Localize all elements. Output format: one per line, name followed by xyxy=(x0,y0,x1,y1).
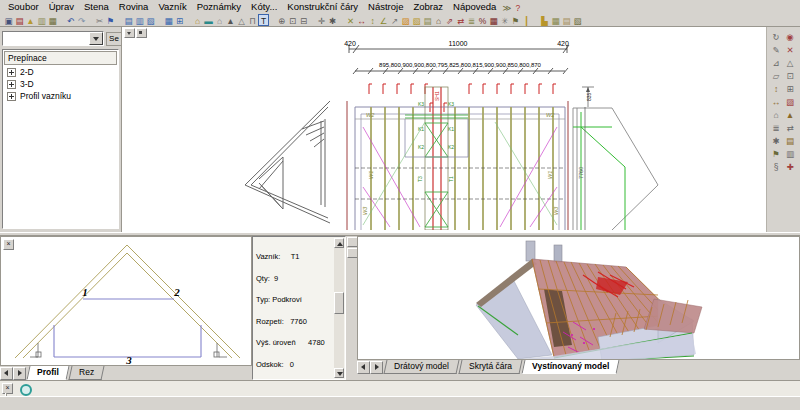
swap-view-icon[interactable]: ⇄ xyxy=(783,121,797,134)
zoom-window-icon[interactable]: ⊡ xyxy=(287,14,298,26)
pan-icon[interactable]: ✛ xyxy=(316,14,327,26)
find-icon[interactable]: ✱ xyxy=(327,14,338,26)
roof-up-icon[interactable]: ▲ xyxy=(225,14,236,26)
export-model-icon[interactable]: ▲ xyxy=(25,14,36,26)
text-tool-icon[interactable]: T xyxy=(258,14,269,26)
hatch-icon[interactable]: ▨ xyxy=(400,14,411,26)
window-3d-icon[interactable]: ▦ xyxy=(163,14,174,26)
grid-3d-icon[interactable]: ⊞ xyxy=(783,82,797,95)
tree-item-2d[interactable]: 2-D xyxy=(3,66,118,78)
context-help-icon[interactable]: ? xyxy=(512,1,523,13)
camera-icon[interactable]: ◉ xyxy=(783,30,797,43)
new-window-icon[interactable]: ▤ xyxy=(123,14,134,26)
layer-3d-icon[interactable]: ▤ xyxy=(783,134,797,147)
menu-soubor[interactable]: Soubor xyxy=(3,0,44,13)
menu-rovina[interactable]: Rovina xyxy=(114,0,154,13)
preview-icon[interactable]: ▤ xyxy=(561,14,572,26)
menu-vaznik[interactable]: Vazník xyxy=(153,0,191,13)
properties-scrollbar[interactable] xyxy=(334,238,344,378)
menu-poznamky[interactable]: Poznámky xyxy=(192,0,246,13)
flag-tool-icon[interactable]: ⚑ xyxy=(510,14,521,26)
column-tool-icon[interactable]: ┃ xyxy=(521,14,532,26)
canvas-detach-button[interactable] xyxy=(136,28,147,38)
tab-dratovy-model[interactable]: Drátový model xyxy=(384,360,460,374)
menu-uprav[interactable]: Úprav xyxy=(44,0,79,13)
tab-scroll-right-icon[interactable] xyxy=(370,361,383,374)
tree-item-profil-vazniku[interactable]: Profil vazníku xyxy=(3,90,118,102)
edit-member-icon[interactable]: ✎ xyxy=(769,43,783,56)
section-box-icon[interactable]: ⊡ xyxy=(783,69,797,82)
measure-icon[interactable]: ✕ xyxy=(345,14,356,26)
truss-3d-icon[interactable]: △ xyxy=(783,56,797,69)
toolbar-grip-icon[interactable]: ≫ xyxy=(501,1,512,13)
paste-icon[interactable]: ⚑ xyxy=(105,14,116,26)
frame-tool-icon[interactable]: Π xyxy=(247,14,258,26)
tab-vystinovany-model[interactable]: Vystínovaný model xyxy=(521,360,619,374)
save-icon[interactable]: ▣ xyxy=(3,14,14,26)
rotate-view-icon[interactable]: ↻ xyxy=(769,30,783,43)
close-icon[interactable]: × xyxy=(2,383,13,394)
plate-tool-icon[interactable]: ▱ xyxy=(769,69,783,82)
view3d-canvas[interactable] xyxy=(357,236,800,360)
tab-scroll-left-icon[interactable] xyxy=(0,367,13,380)
arrow-tool-icon[interactable]: ⇗ xyxy=(444,14,455,26)
plan-drawing-canvas[interactable]: 420 11000 420 895,800,900,900,800,795,82… xyxy=(121,27,766,232)
canvas-collapse-button[interactable] xyxy=(124,28,135,38)
roof-plane-icon[interactable]: ⊿ xyxy=(769,56,783,69)
layer-combobox[interactable] xyxy=(2,31,104,46)
tab-scroll-right-icon[interactable] xyxy=(13,367,26,380)
options-icon[interactable]: ▧ xyxy=(572,14,583,26)
leader-line-icon[interactable]: ↗ xyxy=(389,14,400,26)
combo-dropdown-button[interactable] xyxy=(89,32,103,45)
delete-drawing-icon[interactable]: ▦ xyxy=(47,14,58,26)
dim-vertical-icon[interactable]: ↕ xyxy=(367,14,378,26)
node-edit-icon[interactable]: ✳ xyxy=(499,14,510,26)
scroll-up-icon[interactable] xyxy=(334,238,344,248)
dim-horizontal-3d-icon[interactable]: ↔ xyxy=(769,95,783,108)
scroll-down-icon[interactable] xyxy=(334,368,344,378)
scrollbar-thumb[interactable] xyxy=(334,292,344,314)
tab-rez[interactable]: Rez xyxy=(68,366,104,380)
menu-zobraz[interactable]: Zobraz xyxy=(408,0,448,13)
hatch-3d-icon[interactable]: ▨ xyxy=(783,95,797,108)
lock-tool-icon[interactable]: ⌂ xyxy=(214,14,225,26)
menu-koty[interactable]: Kóty... xyxy=(246,0,282,13)
dim-vertical-3d-icon[interactable]: ↕ xyxy=(769,82,783,95)
roof-down-icon[interactable]: △ xyxy=(236,14,247,26)
house-3d-icon[interactable]: ⌂ xyxy=(769,108,783,121)
fill-color-icon[interactable]: ▧ xyxy=(411,14,422,26)
panel-3d-icon[interactable]: ▥ xyxy=(783,147,797,160)
tab-profil[interactable]: Profil xyxy=(27,366,70,380)
expand-plus-icon[interactable] xyxy=(7,80,16,89)
close-icon[interactable]: × xyxy=(3,239,14,250)
truss-tool-icon[interactable]: ⌂ xyxy=(192,14,203,26)
expand-plus-icon[interactable] xyxy=(7,92,16,101)
menu-napoveda[interactable]: Nápoveda xyxy=(448,0,501,13)
tree-item-3d[interactable]: 3-D xyxy=(3,78,118,90)
dim-horizontal-icon[interactable]: ↔ xyxy=(356,14,367,26)
notes-3d-icon[interactable]: § xyxy=(769,160,783,173)
stairs-icon[interactable]: ≣ xyxy=(466,14,477,26)
beam-tool-icon[interactable]: ▬ xyxy=(203,14,214,26)
redo-icon[interactable]: ↷ xyxy=(76,14,87,26)
expand-plus-icon[interactable] xyxy=(7,68,16,77)
sheet-layout-icon[interactable]: ▙ xyxy=(539,14,550,26)
menu-nastroje[interactable]: Nástroje xyxy=(363,0,408,13)
house-view-icon[interactable]: ⌂ xyxy=(433,14,444,26)
cut-icon[interactable]: ✂ xyxy=(94,14,105,26)
window-table-icon[interactable]: ⊞ xyxy=(174,14,185,26)
dim-angle-icon[interactable]: ∠ xyxy=(378,14,389,26)
delete-member-icon[interactable]: ✕ xyxy=(783,43,797,56)
profile-canvas[interactable]: × 1 xyxy=(0,236,252,366)
window-plan-icon[interactable]: ▥ xyxy=(134,14,145,26)
import-model-icon[interactable]: ▤ xyxy=(14,14,25,26)
tab-skryta-cara[interactable]: Skrytá čára xyxy=(458,360,522,374)
menu-stena[interactable]: Stena xyxy=(79,0,114,13)
copy-drawing-icon[interactable]: ▥ xyxy=(36,14,47,26)
panel-side-button[interactable]: Se xyxy=(106,32,122,46)
swap-arrows-icon[interactable]: ⇄ xyxy=(455,14,466,26)
zoom-in-icon[interactable]: ⊕ xyxy=(276,14,287,26)
layer-manager-icon[interactable]: ▤ xyxy=(422,14,433,26)
window-profile-icon[interactable]: ▧ xyxy=(145,14,156,26)
undo-icon[interactable]: ↶ xyxy=(65,14,76,26)
